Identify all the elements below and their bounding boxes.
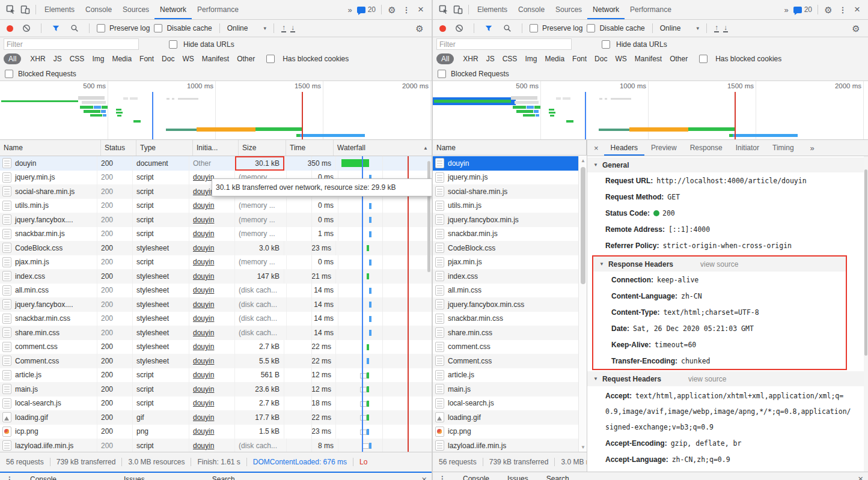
list-item[interactable]: all.min.css <box>433 284 587 298</box>
column-header-initiator[interactable]: Initia... <box>193 140 239 156</box>
preserve-log-checkbox[interactable] <box>530 24 538 32</box>
import-har-icon[interactable]: ↑ <box>714 25 719 32</box>
tab-performance[interactable]: Performance <box>192 0 244 19</box>
filter-pill-css[interactable]: CSS <box>503 55 518 63</box>
list-item[interactable]: Comment.css <box>433 354 587 368</box>
filter-pill-doc[interactable]: Doc <box>162 55 174 63</box>
list-item[interactable]: social-share.min.js <box>433 184 587 199</box>
list-item[interactable]: share.min.css <box>433 326 587 340</box>
initiator-link[interactable]: douyin <box>193 286 214 294</box>
tab-preview[interactable]: Preview <box>644 140 683 156</box>
list-item[interactable]: jquery.fancybox.min.css <box>433 297 587 312</box>
tab-timing[interactable]: Timing <box>766 140 801 156</box>
list-item[interactable]: snackbar.min.css <box>433 312 587 326</box>
initiator-link[interactable]: douyin <box>193 258 214 266</box>
initiator-link[interactable]: douyin <box>193 342 214 351</box>
column-header-waterfall[interactable]: Waterfall <box>334 140 432 156</box>
list-item[interactable]: icp.png <box>433 425 587 439</box>
section-header[interactable]: ▼General <box>587 157 864 172</box>
table-row[interactable]: index.css200stylesheetdouyin147 kB21 ms <box>0 269 432 284</box>
scrollbar-thumb[interactable] <box>864 169 867 356</box>
initiator-link[interactable]: douyin <box>193 272 214 281</box>
filter-pill-font[interactable]: Font <box>572 55 587 63</box>
clear-icon[interactable] <box>452 21 466 35</box>
disable-cache-checkbox[interactable] <box>154 24 162 32</box>
column-header-name[interactable]: Name <box>436 144 456 152</box>
filter-funnel-icon[interactable] <box>481 21 496 35</box>
table-row[interactable]: main.js200scriptdouyin23.6 kB12 ms <box>0 382 432 396</box>
table-row[interactable]: jquery.fancybox....200scriptdouyin(memor… <box>0 213 432 227</box>
column-header-type[interactable]: Type <box>136 140 193 156</box>
throttling-select[interactable]: Online ▾ <box>227 24 266 32</box>
settings-gear-icon[interactable]: ⚙ <box>385 2 399 17</box>
device-toolbar-icon[interactable] <box>451 2 465 17</box>
tab-network[interactable]: Network <box>154 0 192 19</box>
tab-elements[interactable]: Elements <box>472 0 513 19</box>
table-row[interactable]: utils.min.js200scriptdouyin(memory ...0 … <box>0 199 432 213</box>
drawer-tab-issues[interactable]: Issues <box>507 475 528 480</box>
drawer-tab-console[interactable]: Console <box>463 475 489 480</box>
device-toolbar-icon[interactable] <box>18 2 32 17</box>
more-tabs-icon[interactable]: » <box>804 144 821 153</box>
filter-pill-all[interactable]: All <box>436 53 454 64</box>
filter-pill-xhr[interactable]: XHR <box>463 55 478 63</box>
has-blocked-cookies-checkbox[interactable] <box>266 55 275 63</box>
filter-pill-ws[interactable]: WS <box>615 55 626 63</box>
table-row[interactable]: local-search.js200scriptdouyin2.7 kB18 m… <box>0 396 432 411</box>
kebab-menu-icon[interactable]: ⋮ <box>439 475 446 480</box>
initiator-link[interactable]: douyin <box>193 244 214 252</box>
tab-elements[interactable]: Elements <box>39 0 80 19</box>
table-row[interactable]: CodeBlock.css200stylesheetdouyin3.0 kB23… <box>0 241 432 255</box>
tab-console[interactable]: Console <box>80 0 117 19</box>
filter-pill-xhr[interactable]: XHR <box>30 55 45 63</box>
initiator-link[interactable]: douyin <box>193 201 214 210</box>
list-item[interactable]: douyin <box>433 156 587 171</box>
view-source-link[interactable]: view source <box>688 375 726 383</box>
kebab-menu-icon[interactable]: ⋮ <box>836 2 850 17</box>
filter-pill-img[interactable]: Img <box>92 55 104 63</box>
list-item[interactable]: CodeBlock.css <box>433 241 587 255</box>
column-header-time[interactable]: Time <box>286 140 334 156</box>
initiator-link[interactable]: douyin <box>193 427 214 436</box>
close-devtools-icon[interactable]: × <box>414 2 428 17</box>
network-overview-timeline[interactable]: 500 ms 1000 ms 1500 ms 2000 ms <box>0 81 432 140</box>
kebab-menu-icon[interactable]: ⋮ <box>399 2 414 17</box>
preserve-log-checkbox[interactable] <box>97 24 105 32</box>
filter-pill-js[interactable]: JS <box>53 55 62 63</box>
network-settings-gear-icon[interactable]: ⚙ <box>849 21 863 35</box>
table-row[interactable]: jquery.fancybox....200stylesheetdouyin(d… <box>0 297 432 312</box>
scrollbar-thumb[interactable] <box>581 167 585 284</box>
initiator-link[interactable]: douyin <box>193 399 214 407</box>
initiator-link[interactable]: douyin <box>193 216 214 224</box>
table-row[interactable]: article.js200scriptdouyin561 B12 ms <box>0 368 432 383</box>
table-row[interactable]: share.min.css200stylesheetdouyin(disk ca… <box>0 326 432 340</box>
filter-input[interactable] <box>436 38 572 50</box>
list-item[interactable]: main.js <box>433 382 587 396</box>
table-row[interactable]: loading.gif200gifdouyin17.7 kB22 ms <box>0 410 432 425</box>
list-item[interactable]: utils.min.js <box>433 199 587 213</box>
record-button[interactable] <box>439 25 446 32</box>
tab-performance[interactable]: Performance <box>625 0 677 19</box>
tab-console[interactable]: Console <box>513 0 550 19</box>
disable-cache-checkbox[interactable] <box>587 24 595 32</box>
list-item[interactable]: snackbar.min.js <box>433 227 587 242</box>
inspect-element-icon[interactable] <box>436 2 451 17</box>
scroll-down-icon[interactable]: ▼ <box>579 445 587 450</box>
table-row[interactable]: icp.png200pngdouyin1.5 kB23 ms <box>0 425 432 439</box>
initiator-link[interactable]: douyin <box>193 329 214 337</box>
tab-headers[interactable]: Headers <box>604 140 644 156</box>
tab-sources[interactable]: Sources <box>550 0 587 19</box>
list-item[interactable]: local-search.js <box>433 396 587 411</box>
list-item[interactable]: loading.gif <box>433 410 587 425</box>
tab-initiator[interactable]: Initiator <box>729 140 766 156</box>
filter-pill-doc[interactable]: Doc <box>594 55 607 63</box>
drawer-tab-search[interactable]: Search <box>212 476 235 480</box>
blocked-requests-checkbox[interactable] <box>5 70 13 78</box>
hide-data-urls-checkbox[interactable] <box>169 40 177 49</box>
filter-pill-font[interactable]: Font <box>139 55 154 63</box>
list-item[interactable]: jquery.min.js <box>433 171 587 185</box>
export-har-icon[interactable]: ↓ <box>723 25 728 32</box>
initiator-link[interactable]: douyin <box>193 314 214 323</box>
filter-pill-css[interactable]: CSS <box>70 55 85 63</box>
network-overview-timeline[interactable]: 500 ms 1000 ms 1500 ms 2000 ms <box>433 81 868 140</box>
